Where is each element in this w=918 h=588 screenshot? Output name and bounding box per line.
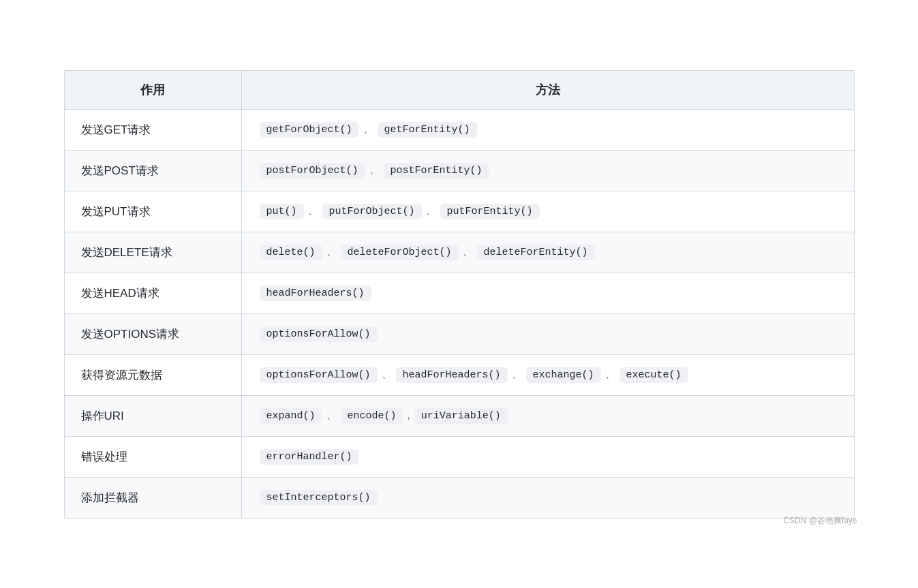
method-tag: put() [260, 204, 304, 219]
method-tag: expand() [260, 408, 322, 424]
method-separator: , [408, 409, 410, 420]
table-row: 发送PUT请求put() 、putForObject() 、putForEnti… [64, 191, 854, 232]
method-tag: setInterceptors() [260, 490, 378, 506]
watermark: CSDN @谷艳爽faye [783, 515, 857, 527]
methods-cell: put() 、putForObject() 、putForEntity() [241, 191, 854, 232]
methods-cell: errorHandler() [241, 436, 854, 477]
method-tag: optionsForAllow() [260, 367, 378, 383]
table-row: 发送GET请求getForObject() 、getForEntity() [64, 109, 854, 150]
table-row: 发送POST请求postForObject() 、postForEntity() [64, 150, 854, 191]
methods-cell: setInterceptors() [241, 477, 854, 518]
action-cell: 获得资源元数据 [64, 354, 241, 395]
method-separator: 、 [326, 245, 337, 258]
action-cell: 错误处理 [64, 436, 241, 477]
page-wrapper: 作用 方法 发送GET请求getForObject() 、getForEntit… [50, 57, 868, 532]
action-cell: 发送DELETE请求 [64, 232, 241, 273]
method-tag: execute() [619, 367, 688, 383]
method-tag: uriVariable() [414, 408, 508, 424]
methods-cell: getForObject() 、getForEntity() [241, 109, 854, 150]
method-tag: getForObject() [260, 122, 359, 138]
method-tag: postForEntity() [384, 163, 489, 179]
method-tag: headForHeaders() [396, 367, 508, 383]
method-separator: 、 [308, 204, 318, 217]
action-cell: 发送PUT请求 [64, 191, 241, 232]
method-separator: 、 [382, 368, 392, 381]
table-row: 发送OPTIONS请求optionsForAllow() [64, 313, 854, 354]
methods-cell: postForObject() 、postForEntity() [241, 150, 854, 191]
method-separator: 、 [326, 409, 337, 422]
methods-cell: expand() 、encode() ,uriVariable() [241, 395, 854, 436]
method-separator: 、 [605, 368, 615, 381]
method-separator: 、 [363, 123, 373, 136]
table-row: 发送DELETE请求delete() 、deleteForObject() 、d… [64, 232, 854, 273]
action-cell: 添加拦截器 [64, 477, 241, 518]
method-separator: 、 [369, 164, 380, 176]
method-tag: exchange() [526, 367, 601, 383]
methods-cell: optionsForAllow() [241, 313, 854, 354]
method-tag: putForObject() [322, 204, 422, 219]
table-header-row: 作用 方法 [64, 70, 854, 109]
methods-table: 作用 方法 发送GET请求getForObject() 、getForEntit… [64, 70, 855, 519]
table-row: 错误处理errorHandler() [64, 436, 854, 477]
table-row: 操作URIexpand() 、encode() ,uriVariable() [64, 395, 854, 436]
method-tag: optionsForAllow() [260, 326, 378, 342]
method-tag: delete() [260, 245, 322, 260]
action-cell: 发送OPTIONS请求 [64, 313, 241, 354]
method-tag: deleteForEntity() [477, 245, 595, 260]
method-tag: encode() [341, 408, 403, 424]
methods-cell: optionsForAllow() 、headForHeaders() 、exc… [241, 354, 854, 395]
action-cell: 发送GET请求 [64, 109, 241, 150]
header-method: 方法 [241, 70, 854, 109]
action-cell: 发送POST请求 [64, 150, 241, 191]
action-cell: 操作URI [64, 395, 241, 436]
methods-cell: delete() 、deleteForObject() 、deleteForEn… [241, 232, 854, 273]
method-separator: 、 [463, 245, 473, 258]
table-row: 发送HEAD请求headForHeaders() [64, 273, 854, 313]
method-tag: deleteForObject() [341, 245, 459, 260]
action-cell: 发送HEAD请求 [64, 273, 241, 313]
method-separator: 、 [426, 204, 436, 217]
table-row: 获得资源元数据optionsForAllow() 、headForHeaders… [64, 354, 854, 395]
method-tag: putForEntity() [440, 204, 540, 219]
method-tag: headForHeaders() [260, 285, 371, 301]
methods-cell: headForHeaders() [241, 273, 854, 313]
method-tag: getForEntity() [378, 122, 477, 138]
method-separator: 、 [512, 368, 522, 381]
header-action: 作用 [64, 70, 241, 109]
method-tag: errorHandler() [260, 449, 359, 465]
table-row: 添加拦截器setInterceptors() [64, 477, 854, 518]
method-tag: postForObject() [260, 163, 365, 179]
